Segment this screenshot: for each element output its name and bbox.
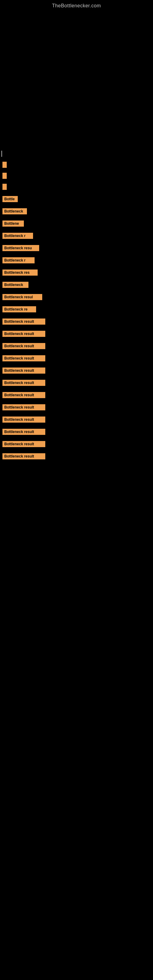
result-bar: Bottleneck res bbox=[2, 269, 38, 275]
list-item bbox=[0, 183, 153, 191]
list-item: Bottleneck result bbox=[0, 440, 153, 449]
list-item: Bottleneck result bbox=[0, 342, 153, 350]
result-bar: Bottleneck result bbox=[2, 343, 45, 349]
result-bar: Bottlene bbox=[2, 221, 24, 227]
list-item: Bottleneck result bbox=[0, 391, 153, 399]
result-bar bbox=[2, 184, 7, 190]
result-bar bbox=[2, 162, 7, 168]
list-item: Bottleneck r bbox=[0, 256, 153, 265]
result-bar: Bottleneck resul bbox=[2, 294, 42, 300]
list-item bbox=[0, 172, 153, 180]
result-bar: Bottleneck result bbox=[2, 331, 45, 337]
result-bar: Bottleneck result bbox=[2, 392, 45, 398]
result-bar: Bottleneck bbox=[2, 282, 29, 288]
result-bar: Bottleneck result bbox=[2, 429, 45, 435]
list-item: Bottleneck result bbox=[0, 403, 153, 412]
list-item: Bottleneck result bbox=[0, 452, 153, 461]
list-item: Bottleneck re bbox=[0, 305, 153, 313]
result-bar: Bottleneck result bbox=[2, 318, 45, 325]
list-item: Bottleneck result bbox=[0, 415, 153, 424]
result-bar: Bottleneck result bbox=[2, 441, 45, 447]
result-bar: Bottleneck re bbox=[2, 306, 36, 312]
list-item: Bottleneck result bbox=[0, 317, 153, 326]
result-bar: Bottleneck result bbox=[2, 404, 45, 410]
list-item: Bottleneck bbox=[0, 280, 153, 289]
list-item: Bottleneck resu bbox=[0, 244, 153, 252]
list-item: Bottleneck res bbox=[0, 268, 153, 277]
list-item bbox=[0, 161, 153, 169]
results-container: Bottle Bottleneck Bottlene Bottleneck r … bbox=[0, 137, 153, 464]
result-bar: Bottle bbox=[2, 196, 18, 202]
list-item: Bottleneck result bbox=[0, 329, 153, 338]
list-item: Bottle bbox=[0, 195, 153, 204]
list-item bbox=[0, 150, 153, 158]
list-item: Bottleneck result bbox=[0, 354, 153, 363]
result-bar: Bottleneck r bbox=[2, 257, 35, 263]
result-bar: Bottleneck r bbox=[2, 233, 33, 239]
list-item: Bottleneck result bbox=[0, 366, 153, 375]
list-item: Bottleneck result bbox=[0, 379, 153, 387]
list-item: Bottlene bbox=[0, 219, 153, 228]
list-item: Bottleneck bbox=[0, 207, 153, 216]
site-title: TheBottlenecker.com bbox=[0, 0, 153, 9]
border-indicator bbox=[1, 151, 2, 157]
list-item: Bottleneck resul bbox=[0, 293, 153, 301]
result-bar: Bottleneck result bbox=[2, 453, 45, 460]
result-bar: Bottleneck result bbox=[2, 417, 45, 423]
list-item: Bottleneck r bbox=[0, 232, 153, 240]
result-bar bbox=[2, 173, 7, 179]
result-bar: Bottleneck result bbox=[2, 380, 45, 386]
result-bar: Bottleneck result bbox=[2, 355, 45, 361]
result-bar: Bottleneck bbox=[2, 208, 27, 215]
result-bar: Bottleneck result bbox=[2, 368, 45, 374]
chart-area bbox=[0, 9, 153, 137]
list-item: Bottleneck result bbox=[0, 428, 153, 436]
result-bar: Bottleneck resu bbox=[2, 245, 39, 251]
